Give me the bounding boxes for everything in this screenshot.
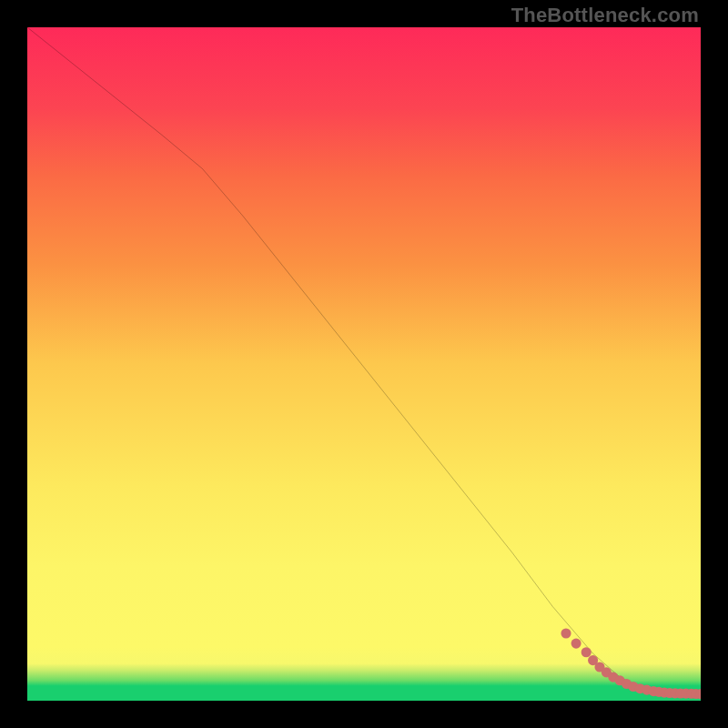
chart-frame: TheBottleneck.com [0, 0, 728, 728]
marker-point [581, 647, 592, 657]
marker-point [561, 628, 571, 638]
marker-point [571, 639, 581, 649]
curve-line [27, 27, 701, 694]
watermark-text: TheBottleneck.com [511, 4, 699, 27]
chart-svg [27, 27, 701, 701]
marker-points [561, 628, 701, 699]
curve-line-path [27, 27, 701, 694]
plot-area [27, 27, 701, 701]
